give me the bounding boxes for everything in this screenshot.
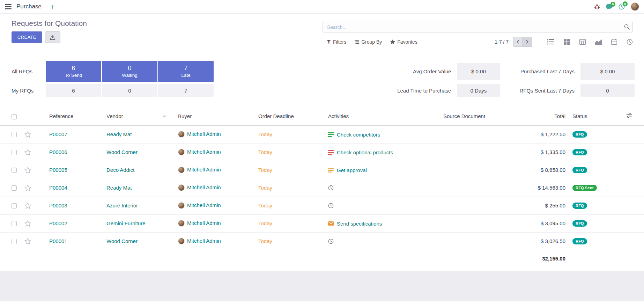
row-checkbox[interactable]: [12, 132, 17, 137]
vendor-link[interactable]: Azure Interior: [106, 203, 138, 208]
activity-label[interactable]: Check optional products: [337, 149, 393, 155]
create-button[interactable]: CREATE: [12, 31, 42, 43]
reference-link[interactable]: P00003: [49, 203, 67, 208]
activity-type-icon[interactable]: [328, 132, 334, 137]
user-avatar[interactable]: [631, 2, 639, 11]
column-header-activities[interactable]: Activities: [325, 107, 440, 125]
favorites-button[interactable]: Favorites: [386, 37, 422, 47]
activity-type-icon[interactable]: [328, 168, 334, 172]
activity-type-icon[interactable]: [328, 150, 334, 155]
row-checkbox[interactable]: [12, 168, 17, 173]
export-button[interactable]: [45, 31, 60, 43]
vendor-link[interactable]: Wood Corner: [106, 149, 138, 155]
order-deadline: Today: [258, 238, 272, 244]
row-checkbox[interactable]: [12, 239, 17, 244]
row-checkbox[interactable]: [12, 185, 17, 191]
activities-clock-icon[interactable]: 0: [619, 3, 625, 10]
table-body: P00007 Ready Mat Mitchell Admin Today Ch…: [0, 125, 644, 250]
row-checkbox[interactable]: [12, 150, 17, 155]
activity-label[interactable]: Send specifications: [337, 221, 382, 227]
rfq-list-table: Reference Vendor Buyer Order Deadline Ac…: [0, 107, 644, 267]
reference-link[interactable]: P00001: [49, 238, 67, 244]
app-name[interactable]: Purchase: [16, 3, 42, 10]
column-header-total[interactable]: Total: [527, 107, 569, 125]
vendor-link[interactable]: Deco Addict: [106, 167, 134, 173]
my-late[interactable]: 7: [158, 84, 214, 97]
table-row[interactable]: P00006 Wood Corner Mitchell Admin Today …: [0, 143, 644, 161]
calendar-view-icon[interactable]: [611, 39, 617, 45]
star-icon[interactable]: [24, 149, 31, 155]
my-waiting[interactable]: 0: [102, 84, 157, 97]
filters-button[interactable]: Filters: [323, 37, 350, 47]
optional-columns-icon[interactable]: [627, 113, 632, 119]
apps-menu-icon[interactable]: [5, 4, 12, 9]
all-rfqs-filter[interactable]: All RFQs: [12, 61, 45, 82]
star-icon[interactable]: [24, 185, 31, 191]
column-header-buyer[interactable]: Buyer: [175, 107, 255, 125]
column-header-deadline[interactable]: Order Deadline: [255, 107, 325, 125]
kpi-waiting[interactable]: 0 Waiting: [102, 61, 157, 82]
kpi-to-send[interactable]: 6 To Send: [46, 61, 101, 82]
table-row[interactable]: P00001 Wood Corner Mitchell Admin Today …: [0, 232, 644, 250]
new-tab-button[interactable]: +: [51, 3, 55, 10]
activity-type-icon[interactable]: [328, 203, 334, 208]
table-header-row: Reference Vendor Buyer Order Deadline Ac…: [0, 107, 644, 125]
graph-view-icon[interactable]: [595, 39, 602, 45]
messages-icon[interactable]: 5: [606, 4, 613, 10]
star-icon[interactable]: [24, 167, 31, 173]
table-row[interactable]: P00002 Gemini Furniture Mitchell Admin T…: [0, 214, 644, 232]
vendor-link[interactable]: Ready Mat: [106, 131, 132, 137]
dashboard-stats: Avg Order Value $ 0.00 Purchased Last 7 …: [397, 61, 635, 97]
buyer-link[interactable]: Mitchell Admin: [187, 149, 221, 155]
row-checkbox[interactable]: [12, 221, 17, 226]
reference-link[interactable]: P00007: [49, 131, 67, 137]
buyer-link[interactable]: Mitchell Admin: [187, 220, 221, 226]
order-deadline: Today: [258, 185, 272, 191]
kpi-late[interactable]: 7 Late: [158, 61, 214, 82]
reference-link[interactable]: P00002: [49, 220, 67, 226]
column-header-status[interactable]: Status: [569, 107, 614, 125]
buyer-link[interactable]: Mitchell Admin: [187, 184, 221, 190]
table-footer-row: 32,155.00: [0, 250, 644, 267]
pager-next-button[interactable]: [523, 37, 532, 47]
my-rfqs-filter[interactable]: My RFQs: [12, 84, 45, 97]
activity-type-icon[interactable]: [328, 238, 334, 244]
star-icon[interactable]: [24, 220, 31, 227]
vendor-link[interactable]: Gemini Furniture: [106, 220, 146, 226]
buyer-link[interactable]: Mitchell Admin: [187, 202, 221, 208]
reference-link[interactable]: P00004: [49, 185, 67, 191]
table-row[interactable]: P00003 Azure Interior Mitchell Admin Tod…: [0, 197, 644, 214]
column-header-source[interactable]: Source Document: [440, 107, 527, 125]
activity-label[interactable]: Check competitors: [337, 132, 380, 138]
star-icon[interactable]: [24, 203, 31, 209]
search-icon[interactable]: [624, 24, 630, 30]
star-icon[interactable]: [24, 131, 31, 138]
group-by-button[interactable]: Group By: [350, 37, 386, 47]
debug-bug-icon[interactable]: [594, 4, 600, 10]
table-row[interactable]: P00005 Deco Addict Mitchell Admin Today …: [0, 161, 644, 179]
column-header-vendor[interactable]: Vendor: [103, 107, 175, 125]
reference-link[interactable]: P00005: [49, 167, 67, 173]
column-header-reference[interactable]: Reference: [37, 107, 103, 125]
activity-type-icon[interactable]: [328, 185, 334, 191]
buyer-link[interactable]: Mitchell Admin: [187, 131, 221, 137]
search-input[interactable]: [323, 22, 633, 32]
select-all-checkbox[interactable]: [12, 114, 17, 119]
activity-type-icon[interactable]: [328, 221, 334, 226]
reference-link[interactable]: P00006: [49, 149, 67, 155]
kanban-view-icon[interactable]: [564, 39, 570, 45]
vendor-link[interactable]: Wood Corner: [106, 238, 138, 244]
buyer-link[interactable]: Mitchell Admin: [187, 238, 221, 244]
buyer-link[interactable]: Mitchell Admin: [187, 167, 221, 172]
vendor-link[interactable]: Ready Mat: [106, 185, 132, 191]
list-view-icon[interactable]: [547, 39, 554, 45]
my-to-send[interactable]: 6: [46, 84, 101, 97]
activity-label[interactable]: Get approval: [337, 167, 367, 173]
table-row[interactable]: P00004 Ready Mat Mitchell Admin Today $ …: [0, 179, 644, 197]
pager-previous-button[interactable]: [513, 37, 523, 47]
table-row[interactable]: P00007 Ready Mat Mitchell Admin Today Ch…: [0, 125, 644, 143]
star-icon[interactable]: [24, 238, 31, 244]
pivot-view-icon[interactable]: [579, 39, 586, 45]
activity-view-icon[interactable]: [627, 39, 633, 45]
row-checkbox[interactable]: [12, 203, 17, 208]
